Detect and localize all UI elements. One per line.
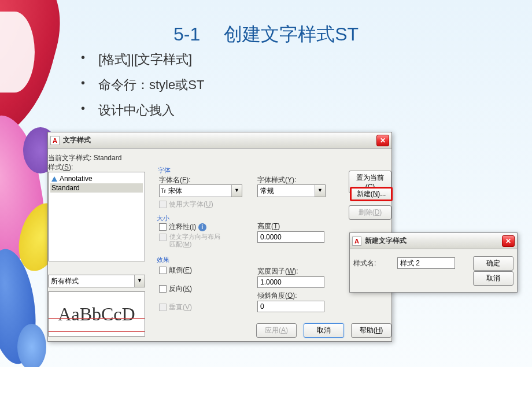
chevron-down-icon[interactable]: ▼ bbox=[134, 275, 145, 287]
font-name-label: 字体名(F): bbox=[159, 175, 191, 185]
close-icon[interactable]: ✕ bbox=[376, 135, 389, 146]
apply-button: 应用(A) bbox=[256, 323, 297, 338]
backward-checkbox[interactable]: 反向(K) bbox=[159, 284, 192, 294]
annotative-icon bbox=[51, 176, 57, 182]
delete-button: 删除(D) bbox=[349, 205, 391, 220]
help-button[interactable]: 帮助(H) bbox=[351, 323, 391, 338]
ok-button[interactable]: 确定 bbox=[473, 256, 513, 271]
width-factor-label: 宽度因子(W): bbox=[257, 267, 298, 276]
height-label: 高度(T) bbox=[257, 221, 280, 231]
cancel-button[interactable]: 取消 bbox=[304, 323, 344, 338]
app-icon: A bbox=[50, 136, 60, 145]
app-icon: A bbox=[352, 237, 361, 246]
titlebar[interactable]: A 新建文字样式 ✕ bbox=[350, 233, 517, 249]
oblique-label: 倾斜角度(O): bbox=[257, 291, 297, 301]
new-text-style-dialog: A 新建文字样式 ✕ 样式名: 确定 取消 bbox=[349, 232, 518, 293]
font-style-combo[interactable]: 常规 ▼ bbox=[257, 184, 326, 197]
new-button[interactable]: 新建(N)... bbox=[350, 187, 393, 201]
titlebar[interactable]: A 文字样式 ✕ bbox=[48, 132, 391, 149]
styles-listbox[interactable]: Annotative Standard bbox=[48, 172, 145, 261]
preview-box: AaBbCcD bbox=[48, 291, 145, 337]
text-style-dialog: A 文字样式 ✕ 当前文字样式: Standard 样式(S): Annotat… bbox=[47, 132, 392, 342]
style-filter-combo[interactable]: 所有样式 ▼ bbox=[48, 275, 145, 287]
slide-title: 5-1 创建文字样式ST bbox=[0, 22, 532, 47]
style-item-standard[interactable]: Standard bbox=[50, 183, 143, 193]
font-group-label: 字体 bbox=[158, 166, 171, 175]
styles-list-label: 样式(S): bbox=[48, 162, 73, 172]
oblique-input[interactable] bbox=[257, 301, 324, 312]
vertical-checkbox: 垂直(V) bbox=[159, 302, 192, 312]
dialog-title: 新建文字样式 bbox=[365, 236, 502, 246]
font-name-combo[interactable]: Tr 宋体 ▼ bbox=[159, 184, 242, 197]
chevron-down-icon[interactable]: ▼ bbox=[315, 185, 325, 197]
info-icon[interactable]: i bbox=[198, 223, 206, 231]
dialog-title: 文字样式 bbox=[63, 135, 376, 145]
height-input[interactable] bbox=[257, 231, 324, 243]
current-style-value: Standard bbox=[94, 154, 122, 162]
truetype-icon: Tr bbox=[160, 188, 166, 194]
chevron-down-icon[interactable]: ▼ bbox=[231, 185, 242, 197]
size-group-label: 大小 bbox=[157, 214, 169, 223]
style-item-annotative[interactable]: Annotative bbox=[50, 174, 143, 183]
bullet-list: [格式]|[文字样式] 命令行：style或ST 设计中心拽入 bbox=[75, 51, 204, 127]
preview-text: AaBbCcD bbox=[58, 304, 135, 325]
match-orient-checkbox: 使文字方向与布局匹配(M) bbox=[169, 233, 220, 248]
font-style-label: 字体样式(Y): bbox=[257, 175, 296, 185]
upside-checkbox[interactable]: 颠倒(E) bbox=[159, 265, 192, 275]
cancel-button[interactable]: 取消 bbox=[473, 271, 513, 286]
effects-group-label: 效果 bbox=[157, 256, 169, 264]
bigfont-checkbox: 使用大字体(U) bbox=[159, 200, 213, 209]
annotative-checkbox[interactable]: 注释性(I) i bbox=[159, 222, 206, 232]
bullet-item: [格式]|[文字样式] bbox=[75, 51, 204, 68]
style-name-input[interactable] bbox=[397, 257, 455, 269]
width-factor-input[interactable] bbox=[257, 276, 324, 288]
close-icon[interactable]: ✕ bbox=[502, 235, 515, 247]
bullet-item: 命令行：style或ST bbox=[75, 76, 204, 94]
slide-footer bbox=[0, 367, 532, 399]
current-style-label: 当前文字样式: bbox=[48, 154, 91, 162]
bullet-item: 设计中心拽入 bbox=[75, 102, 204, 119]
style-name-label: 样式名: bbox=[353, 258, 376, 268]
